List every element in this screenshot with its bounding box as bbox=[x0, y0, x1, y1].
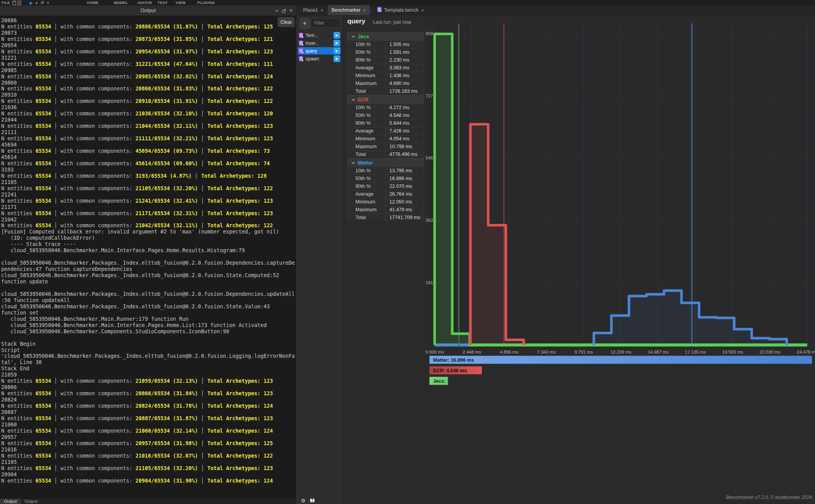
console-line bbox=[1, 254, 296, 260]
console-line: N entities 65534 │ with common component… bbox=[1, 36, 296, 42]
menu-item-test[interactable]: TEST bbox=[158, 0, 168, 5]
benchmark-item-spawn[interactable]: spawn▶ bbox=[298, 55, 341, 62]
script-icon bbox=[299, 33, 304, 38]
stat-label: Minimum bbox=[348, 198, 386, 206]
stat-label: 90th % bbox=[348, 183, 386, 190]
legend-bar-matter: Matter: 16.896 ms bbox=[429, 355, 812, 364]
benchmarker-window: Place1✕Benchmarker✕Template.bench✕ + ⚙ T… bbox=[296, 5, 815, 504]
stat-value: 41.479 ms bbox=[386, 206, 424, 214]
undo-icon[interactable]: ↺ bbox=[40, 0, 44, 5]
stat-label: Average bbox=[348, 191, 386, 198]
stats-row: Maximum41.479 ms bbox=[347, 206, 424, 214]
menu-item-plugins[interactable]: PLUGINS bbox=[197, 0, 215, 5]
console-line: N entities 65534 │ with common component… bbox=[1, 378, 296, 384]
y-axis-tick-label: 545 bbox=[417, 156, 433, 160]
console-line: 21105 bbox=[1, 179, 296, 186]
legend-bar-ecr: ECR: 4.548 ms bbox=[429, 366, 482, 375]
script-icon bbox=[299, 48, 304, 54]
x-axis-tick-label: 24.478 ms bbox=[792, 350, 815, 354]
stat-label: 90th % bbox=[348, 120, 386, 127]
chevron-down-icon[interactable] bbox=[274, 8, 280, 14]
console-line: N entities 65534 │ with common component… bbox=[1, 440, 296, 447]
benchmark-item-query[interactable]: query▶ bbox=[298, 47, 341, 55]
run-benchmark-button[interactable]: ▶ bbox=[334, 40, 340, 46]
stats-section-name: Jecs bbox=[358, 34, 369, 39]
console-line: 21044 bbox=[1, 117, 296, 123]
x-axis-tick-label: 0.000 ms bbox=[419, 350, 450, 354]
x-axis-tick-label: 19.583 ms bbox=[717, 350, 748, 354]
plugin-credit: Benchmarker v7.2.0, © boatbomber 2024 bbox=[726, 495, 812, 500]
console-line: (ID: computedCallbackError) bbox=[1, 235, 296, 241]
x-axis-tick-label: 2.448 ms bbox=[456, 350, 488, 354]
console-line: N entities 65534 │ with common component… bbox=[1, 136, 296, 142]
stats-section-name: ECR bbox=[358, 97, 368, 103]
stat-value: 22.070 ms bbox=[386, 183, 424, 190]
play-icon[interactable]: ▶ bbox=[29, 0, 34, 5]
benchmark-item-inser[interactable]: inser...▶ bbox=[298, 39, 341, 47]
benchmark-item-tem[interactable]: Tem...▶ bbox=[298, 32, 341, 39]
menu-item-home[interactable]: HOME bbox=[87, 0, 99, 5]
publish-icon[interactable] bbox=[17, 0, 21, 5]
run-benchmark-button[interactable]: ▶ bbox=[334, 48, 340, 54]
script-icon bbox=[299, 56, 304, 62]
stop-icon[interactable]: ■ bbox=[34, 0, 39, 5]
tab-template.bench[interactable]: Template.bench✕ bbox=[373, 5, 428, 15]
studio-window: FILE ▶ ■ ↺ ▾ HOMEMODELAVATARTESTVIEWPLUG… bbox=[0, 0, 815, 504]
bottom-tab-strip: OutputOutput bbox=[0, 498, 296, 504]
stat-value: 12.050 ms bbox=[386, 198, 424, 206]
clear-button[interactable]: Clear bbox=[278, 17, 295, 27]
console-line: 20910 bbox=[1, 92, 296, 98]
stats-row: 90th %22.070 ms bbox=[347, 182, 424, 190]
menu-item-model[interactable]: MODEL bbox=[114, 0, 128, 5]
filter-input[interactable] bbox=[311, 18, 340, 28]
console-line: N entities 65534 │ with common component… bbox=[1, 416, 296, 422]
console-line: [Fusion] Computed callback error: invali… bbox=[1, 229, 296, 235]
bottom-tab-output[interactable]: Output bbox=[21, 499, 41, 504]
file-menu[interactable]: FILE bbox=[2, 0, 10, 5]
settings-gear-icon[interactable]: ⚙ bbox=[300, 497, 307, 504]
console-line: N entities 65534 │ with common component… bbox=[1, 465, 296, 472]
benchmark-list-panel: + ⚙ Tem...▶inser...▶query▶spawn▶ bbox=[296, 16, 343, 504]
console-line: 21111 bbox=[1, 129, 296, 136]
stat-value: 4.690 ms bbox=[386, 80, 424, 87]
console-line: 21241 bbox=[1, 192, 296, 198]
console-log[interactable]: 20886N entities 65534 │ with common comp… bbox=[0, 16, 296, 498]
popout-icon[interactable] bbox=[281, 8, 287, 14]
tab-close-icon[interactable]: ✕ bbox=[421, 8, 424, 12]
stats-row: Minimum1.436 ms bbox=[347, 72, 424, 80]
tab-benchmarker[interactable]: Benchmarker✕ bbox=[328, 5, 370, 15]
run-benchmark-button[interactable]: ▶ bbox=[334, 55, 340, 62]
tab-separator bbox=[371, 7, 372, 13]
stats-section-header-ecr[interactable]: ECR bbox=[347, 95, 424, 104]
console-line: 20866 bbox=[1, 384, 296, 391]
menu-item-view[interactable]: VIEW bbox=[176, 0, 186, 5]
menu-item-avatar[interactable]: AVATAR bbox=[137, 0, 152, 5]
close-icon[interactable]: ✕ bbox=[288, 8, 294, 14]
script-icon bbox=[377, 7, 382, 13]
docs-book-icon[interactable] bbox=[309, 497, 316, 504]
stat-value: 13.795 ms bbox=[386, 167, 424, 175]
stats-row: Total1726.163 ms bbox=[347, 87, 424, 95]
chevron-down-icon bbox=[352, 35, 355, 39]
console-line: 21042 bbox=[1, 217, 296, 223]
tab-close-icon[interactable]: ✕ bbox=[363, 8, 366, 12]
run-benchmark-button[interactable]: ▶ bbox=[334, 32, 340, 39]
x-axis-tick-label: 9.791 ms bbox=[568, 350, 599, 354]
redo-dropdown-icon[interactable]: ▾ bbox=[46, 0, 50, 5]
x-axis-tick-label: 7.343 ms bbox=[531, 350, 562, 354]
stats-section-header-matter[interactable]: Matter bbox=[347, 158, 424, 167]
add-benchmark-button[interactable]: + bbox=[300, 18, 310, 28]
stats-section-header-jecs[interactable]: Jecs bbox=[347, 32, 424, 41]
console-line: cloud_5853950046.Benchmarker.Packages._I… bbox=[1, 291, 296, 297]
tab-close-icon[interactable]: ✕ bbox=[320, 8, 323, 12]
x-axis-tick-label: 12.239 ms bbox=[605, 350, 637, 354]
console-line: pendencies:47 function captureDependenci… bbox=[1, 266, 296, 272]
console-line: 20860 bbox=[1, 80, 296, 86]
console-line: 20904 bbox=[1, 472, 296, 478]
bottom-tab-output[interactable]: Output bbox=[0, 499, 21, 504]
stat-value: 4.054 ms bbox=[386, 135, 424, 143]
tab-place1[interactable]: Place1✕ bbox=[299, 5, 328, 15]
save-icon[interactable] bbox=[12, 0, 16, 5]
stat-label: Minimum bbox=[348, 72, 386, 80]
console-line bbox=[1, 335, 296, 341]
